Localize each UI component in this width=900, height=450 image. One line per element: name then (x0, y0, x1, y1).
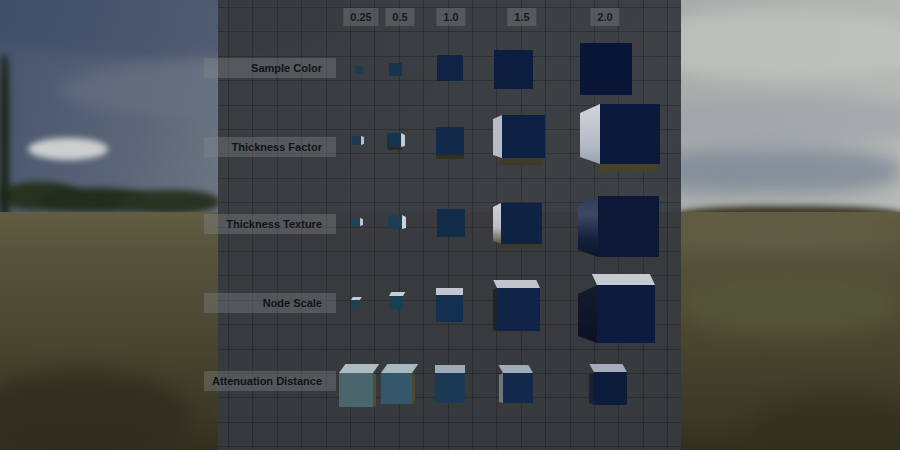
cube-face-front (339, 373, 373, 407)
cube-face-top (381, 364, 418, 373)
cube-face-front (381, 373, 412, 404)
cube-face-front (351, 300, 360, 309)
cube-face-bottom (436, 155, 464, 159)
cube-face-right (402, 215, 406, 229)
cube-face-front (503, 373, 533, 403)
cube-face-top (493, 280, 540, 288)
cube-face-left (578, 285, 597, 343)
cube-face-right (373, 373, 376, 407)
cube-face-front (497, 288, 540, 331)
cube-face-front (355, 66, 363, 74)
cube-face-right (412, 373, 415, 404)
cube-face-bottom (596, 164, 660, 172)
cube-face-left (580, 104, 600, 164)
cube-face-left (578, 196, 598, 257)
cube-face-front (352, 136, 361, 145)
cube-face-right (401, 133, 405, 147)
cube-face-front (494, 50, 533, 89)
cube-face-top (498, 365, 533, 373)
cube-face-front (594, 372, 627, 405)
cube-face-top (592, 274, 655, 285)
cube-face-front (387, 133, 401, 147)
cube-face-bottom (499, 244, 542, 248)
cube-face-top (435, 365, 465, 373)
cube-face-front (597, 285, 655, 343)
cube-face-top (339, 364, 379, 373)
cube-face-front (598, 196, 659, 257)
cube-face-right (360, 218, 363, 226)
cube-face-front (436, 127, 464, 155)
cube-face-front (502, 115, 545, 158)
cube-face-front (352, 218, 360, 226)
cube-face-front (580, 43, 632, 95)
cube-face-front (436, 295, 463, 322)
cubes-layer (0, 0, 900, 450)
cube-face-bottom (387, 147, 403, 150)
cube-face-left (493, 115, 502, 158)
cube-face-front (600, 104, 660, 164)
cube-face-front (501, 203, 542, 244)
cube-face-top (436, 288, 463, 295)
render-viewport[interactable]: 0.25 0.5 1.0 1.5 2.0 Sample Color Thickn… (0, 0, 900, 450)
cube-face-front (389, 63, 402, 76)
cube-face-bottom (499, 158, 545, 165)
cube-face-top (589, 364, 627, 372)
cube-face-front (388, 215, 402, 229)
cube-face-right (361, 136, 364, 145)
cube-face-front (389, 296, 403, 310)
cube-face-left (493, 203, 501, 244)
cube-face-front (437, 209, 465, 237)
cube-face-front (435, 373, 465, 403)
cube-face-front (437, 55, 463, 81)
